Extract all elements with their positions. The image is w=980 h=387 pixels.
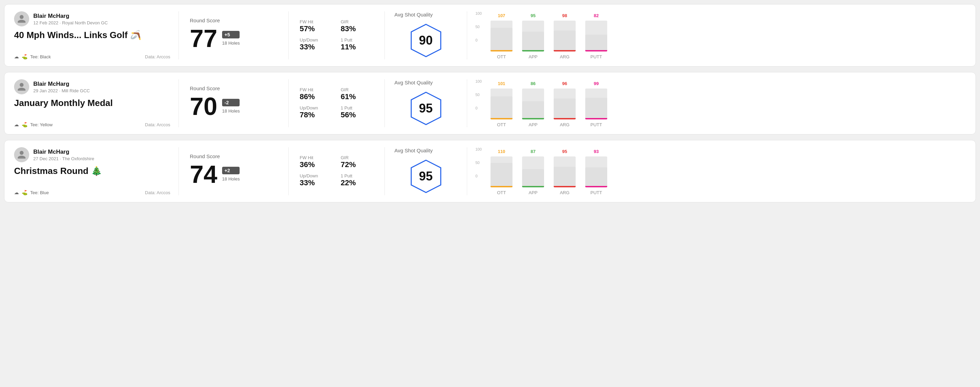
- bar-container: [490, 89, 512, 119]
- data-source: Data: Arccos: [145, 122, 170, 127]
- user-details: Blair McHarg 27 Dec 2021 · The Oxfordshi…: [33, 149, 94, 161]
- fw-hit-label: FW Hit: [300, 19, 332, 24]
- fw-hit-stat: FW Hit 86%: [300, 87, 332, 101]
- gir-stat: GIR 83%: [341, 19, 374, 33]
- bar-container: [490, 21, 512, 51]
- quality-section: Avg Shot Quality 95: [385, 147, 467, 195]
- updown-value: 33%: [300, 178, 332, 187]
- bar-container: [554, 157, 576, 187]
- hexagon: 90: [407, 22, 445, 59]
- bar-label: APP: [529, 54, 538, 59]
- bar-accent: [522, 186, 544, 187]
- updown-stat: Up/Down 78%: [300, 105, 332, 119]
- bar-value: 96: [562, 81, 567, 86]
- bottom-info: ☁ ⛳ Tee: Blue Data: Arccos: [14, 190, 170, 195]
- bar-group: 99 PUTT: [585, 89, 607, 127]
- bar-accent: [585, 118, 607, 119]
- oneputt-stat: 1 Putt 56%: [341, 105, 374, 119]
- left-section: Blair McHarg 27 Dec 2021 · The Oxfordshi…: [14, 147, 179, 195]
- quality-section: Avg Shot Quality 90: [385, 11, 467, 59]
- bottom-info: ☁ ⛳ Tee: Yellow Data: Arccos: [14, 122, 170, 127]
- stats-grid: FW Hit 86% GIR 61% Up/Down 78% 1 Putt 56…: [300, 87, 374, 119]
- y-axis: 100 50 0: [476, 147, 482, 178]
- bar-chart-wrapper: 100 50 0 110 OTT 87: [476, 147, 958, 195]
- user-icon: [17, 82, 26, 92]
- avatar: [14, 79, 29, 94]
- left-section: Blair McHarg 12 Feb 2022 · Royal North D…: [14, 11, 179, 59]
- bar-value: 82: [594, 13, 599, 18]
- bar-value: 95: [531, 13, 536, 18]
- bar-label: PUTT: [590, 122, 602, 127]
- score-value: 70: [190, 94, 217, 119]
- updown-stat: Up/Down 33%: [300, 37, 332, 51]
- bar-container: [522, 21, 544, 51]
- weather-icon: ☁: [14, 190, 19, 195]
- user-name: Blair McHarg: [33, 149, 94, 155]
- oneputt-value: 56%: [341, 111, 374, 119]
- bar-container: [490, 157, 512, 187]
- bar-value: 87: [531, 149, 536, 154]
- gir-label: GIR: [341, 87, 374, 92]
- bar-chart: 101 OTT 86 APP 96: [490, 79, 958, 127]
- chart-section: 100 50 0 110 OTT 87: [467, 147, 966, 195]
- bar-chart-wrapper: 100 50 0 107 OTT 95: [476, 11, 958, 59]
- bar-group: 96 ARG: [554, 89, 576, 127]
- bottom-info: ☁ ⛳ Tee: Black Data: Arccos: [14, 54, 170, 59]
- round-title: 40 Mph Winds... Links Golf 🪃: [14, 30, 170, 40]
- bar-fill: [554, 98, 576, 119]
- user-details: Blair McHarg 12 Feb 2022 · Royal North D…: [33, 13, 108, 25]
- bar-label: ARG: [560, 54, 570, 59]
- bar-value: 98: [562, 13, 567, 18]
- bar-group: 95 APP: [522, 21, 544, 59]
- bar-group: 82 PUTT: [585, 21, 607, 59]
- bar-group: 98 ARG: [554, 21, 576, 59]
- data-source: Data: Arccos: [145, 54, 170, 59]
- gir-label: GIR: [341, 19, 374, 24]
- left-section: Blair McHarg 29 Jan 2022 · Mill Ride GCC…: [14, 79, 179, 127]
- score-meta: +2 18 Holes: [222, 167, 240, 182]
- holes-label: 18 Holes: [222, 40, 240, 46]
- bar-value: 86: [531, 81, 536, 86]
- bar-fill: [522, 101, 544, 119]
- bar-label: OTT: [497, 54, 506, 59]
- fw-hit-stat: FW Hit 36%: [300, 155, 332, 169]
- stats-section: FW Hit 36% GIR 72% Up/Down 33% 1 Putt 22…: [289, 147, 385, 195]
- bar-fill: [490, 97, 512, 119]
- bar-accent: [522, 118, 544, 119]
- round-card-3: Blair McHarg 27 Dec 2021 · The Oxfordshi…: [4, 140, 976, 202]
- holes-label: 18 Holes: [222, 108, 240, 114]
- bar-group: 87 APP: [522, 157, 544, 195]
- user-date: 12 Feb 2022 · Royal North Devon GC: [33, 20, 108, 25]
- bar-group: 101 OTT: [490, 89, 512, 127]
- bar-group: 107 OTT: [490, 21, 512, 59]
- score-value: 74: [190, 162, 217, 187]
- user-date: 29 Jan 2022 · Mill Ride GCC: [33, 88, 90, 93]
- bar-label: OTT: [497, 122, 506, 127]
- gir-stat: GIR 72%: [341, 155, 374, 169]
- bar-container: [585, 21, 607, 51]
- round-score-label: Round Score: [190, 86, 277, 91]
- bar-value: 107: [498, 13, 505, 18]
- bar-container: [522, 157, 544, 187]
- updown-label: Up/Down: [300, 105, 332, 111]
- oneputt-stat: 1 Putt 22%: [341, 173, 374, 187]
- bar-value: 93: [594, 149, 599, 154]
- oneputt-label: 1 Putt: [341, 37, 374, 43]
- user-date: 27 Dec 2021 · The Oxfordshire: [33, 156, 94, 161]
- bar-container: [554, 21, 576, 51]
- hexagon: 95: [407, 157, 445, 195]
- avatar: [14, 11, 29, 26]
- bar-accent: [554, 118, 576, 119]
- bar-accent: [585, 186, 607, 187]
- bar-fill: [490, 163, 512, 187]
- tee-icon: ⛳: [22, 54, 27, 59]
- hexagon-wrapper: 95: [407, 157, 445, 195]
- hexagon-wrapper: 90: [407, 22, 445, 59]
- score-badge: -2: [222, 99, 240, 106]
- score-value: 77: [190, 26, 217, 51]
- score-row: 77 +5 18 Holes: [190, 26, 277, 51]
- user-name: Blair McHarg: [33, 13, 108, 19]
- oneputt-label: 1 Putt: [341, 173, 374, 178]
- bar-fill: [585, 167, 607, 188]
- oneputt-value: 22%: [341, 178, 374, 187]
